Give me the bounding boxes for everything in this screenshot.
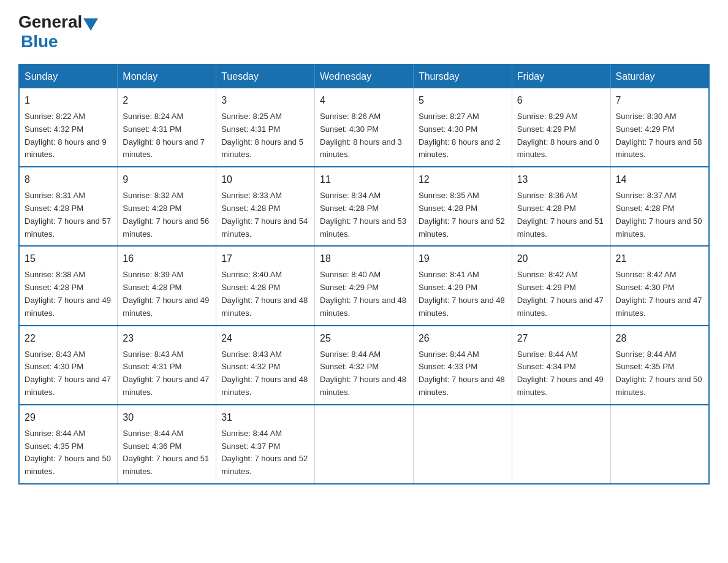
day-info: Sunrise: 8:44 AMSunset: 4:35 PMDaylight:… — [616, 350, 702, 397]
day-number: 10 — [221, 172, 309, 187]
calendar-cell: 25 Sunrise: 8:44 AMSunset: 4:32 PMDaylig… — [315, 326, 414, 405]
day-info: Sunrise: 8:37 AMSunset: 4:28 PMDaylight:… — [616, 191, 702, 238]
day-number: 27 — [517, 331, 605, 346]
calendar-cell: 12 Sunrise: 8:35 AMSunset: 4:28 PMDaylig… — [413, 167, 512, 246]
day-info: Sunrise: 8:39 AMSunset: 4:28 PMDaylight:… — [123, 270, 209, 317]
calendar-cell: 10 Sunrise: 8:33 AMSunset: 4:28 PMDaylig… — [216, 167, 315, 246]
day-info: Sunrise: 8:29 AMSunset: 4:29 PMDaylight:… — [517, 112, 599, 159]
day-number: 28 — [616, 331, 703, 346]
calendar-cell: 11 Sunrise: 8:34 AMSunset: 4:28 PMDaylig… — [315, 167, 414, 246]
calendar-cell: 13 Sunrise: 8:36 AMSunset: 4:28 PMDaylig… — [512, 167, 610, 246]
calendar-week-row: 15 Sunrise: 8:38 AMSunset: 4:28 PMDaylig… — [19, 246, 709, 325]
calendar-cell: 9 Sunrise: 8:32 AMSunset: 4:28 PMDayligh… — [118, 167, 216, 246]
calendar-week-row: 8 Sunrise: 8:31 AMSunset: 4:28 PMDayligh… — [19, 167, 709, 246]
day-info: Sunrise: 8:44 AMSunset: 4:32 PMDaylight:… — [320, 350, 406, 397]
calendar-week-row: 22 Sunrise: 8:43 AMSunset: 4:30 PMDaylig… — [19, 326, 709, 405]
logo-general-text: General — [18, 12, 82, 32]
calendar-table: SundayMondayTuesdayWednesdayThursdayFrid… — [18, 64, 710, 484]
weekday-header-sunday: Sunday — [19, 64, 118, 88]
day-info: Sunrise: 8:44 AMSunset: 4:33 PMDaylight:… — [419, 350, 505, 397]
weekday-header-friday: Friday — [512, 64, 610, 88]
day-number: 16 — [123, 251, 211, 266]
day-info: Sunrise: 8:35 AMSunset: 4:28 PMDaylight:… — [419, 191, 505, 238]
calendar-cell — [610, 405, 709, 484]
day-number: 29 — [25, 410, 112, 425]
day-number: 8 — [25, 172, 112, 187]
calendar-cell: 23 Sunrise: 8:43 AMSunset: 4:31 PMDaylig… — [118, 326, 216, 405]
calendar-cell: 27 Sunrise: 8:44 AMSunset: 4:34 PMDaylig… — [512, 326, 610, 405]
day-number: 4 — [320, 93, 408, 108]
day-info: Sunrise: 8:31 AMSunset: 4:28 PMDaylight:… — [25, 191, 111, 238]
calendar-cell: 20 Sunrise: 8:42 AMSunset: 4:29 PMDaylig… — [512, 246, 610, 325]
day-number: 18 — [320, 251, 408, 266]
calendar-cell: 28 Sunrise: 8:44 AMSunset: 4:35 PMDaylig… — [610, 326, 709, 405]
day-info: Sunrise: 8:43 AMSunset: 4:32 PMDaylight:… — [221, 350, 308, 397]
day-info: Sunrise: 8:34 AMSunset: 4:28 PMDaylight:… — [320, 191, 406, 238]
calendar-cell: 7 Sunrise: 8:30 AMSunset: 4:29 PMDayligh… — [610, 88, 709, 167]
weekday-header-saturday: Saturday — [610, 64, 709, 88]
calendar-cell: 5 Sunrise: 8:27 AMSunset: 4:30 PMDayligh… — [413, 88, 512, 167]
logo: General Blue — [18, 12, 99, 52]
calendar-cell: 1 Sunrise: 8:22 AMSunset: 4:32 PMDayligh… — [19, 88, 118, 167]
calendar-cell: 6 Sunrise: 8:29 AMSunset: 4:29 PMDayligh… — [512, 88, 610, 167]
calendar-cell: 14 Sunrise: 8:37 AMSunset: 4:28 PMDaylig… — [610, 167, 709, 246]
weekday-header-tuesday: Tuesday — [216, 64, 315, 88]
day-info: Sunrise: 8:33 AMSunset: 4:28 PMDaylight:… — [221, 191, 308, 238]
calendar-cell: 30 Sunrise: 8:44 AMSunset: 4:36 PMDaylig… — [118, 405, 216, 484]
day-info: Sunrise: 8:25 AMSunset: 4:31 PMDaylight:… — [221, 112, 303, 159]
calendar-cell: 26 Sunrise: 8:44 AMSunset: 4:33 PMDaylig… — [413, 326, 512, 405]
calendar-cell: 15 Sunrise: 8:38 AMSunset: 4:28 PMDaylig… — [19, 246, 118, 325]
day-number: 20 — [517, 251, 605, 266]
calendar-cell — [315, 405, 414, 484]
day-info: Sunrise: 8:24 AMSunset: 4:31 PMDaylight:… — [123, 112, 205, 159]
day-number: 2 — [123, 93, 211, 108]
logo-blue-text: Blue — [21, 32, 58, 51]
day-number: 11 — [320, 172, 408, 187]
day-info: Sunrise: 8:27 AMSunset: 4:30 PMDaylight:… — [419, 112, 501, 159]
day-info: Sunrise: 8:41 AMSunset: 4:29 PMDaylight:… — [419, 270, 505, 317]
day-info: Sunrise: 8:44 AMSunset: 4:34 PMDaylight:… — [517, 350, 604, 397]
calendar-cell: 3 Sunrise: 8:25 AMSunset: 4:31 PMDayligh… — [216, 88, 315, 167]
calendar-cell — [512, 405, 610, 484]
weekday-header-monday: Monday — [118, 64, 216, 88]
calendar-cell: 18 Sunrise: 8:40 AMSunset: 4:29 PMDaylig… — [315, 246, 414, 325]
day-info: Sunrise: 8:22 AMSunset: 4:32 PMDaylight:… — [25, 112, 107, 159]
calendar-cell: 31 Sunrise: 8:44 AMSunset: 4:37 PMDaylig… — [216, 405, 315, 484]
day-info: Sunrise: 8:40 AMSunset: 4:29 PMDaylight:… — [320, 270, 406, 317]
calendar-cell: 4 Sunrise: 8:26 AMSunset: 4:30 PMDayligh… — [315, 88, 414, 167]
day-number: 24 — [221, 331, 309, 346]
calendar-cell: 8 Sunrise: 8:31 AMSunset: 4:28 PMDayligh… — [19, 167, 118, 246]
day-number: 14 — [616, 172, 703, 187]
calendar-cell: 24 Sunrise: 8:43 AMSunset: 4:32 PMDaylig… — [216, 326, 315, 405]
weekday-header-thursday: Thursday — [413, 64, 512, 88]
day-number: 22 — [25, 331, 112, 346]
day-number: 5 — [419, 93, 507, 108]
calendar-cell: 29 Sunrise: 8:44 AMSunset: 4:35 PMDaylig… — [19, 405, 118, 484]
day-number: 7 — [616, 93, 703, 108]
day-info: Sunrise: 8:43 AMSunset: 4:31 PMDaylight:… — [123, 350, 209, 397]
day-number: 9 — [123, 172, 211, 187]
day-number: 15 — [25, 251, 112, 266]
day-number: 13 — [517, 172, 605, 187]
day-info: Sunrise: 8:40 AMSunset: 4:28 PMDaylight:… — [221, 270, 308, 317]
calendar-cell: 22 Sunrise: 8:43 AMSunset: 4:30 PMDaylig… — [19, 326, 118, 405]
day-number: 6 — [517, 93, 605, 108]
day-number: 12 — [419, 172, 507, 187]
day-info: Sunrise: 8:44 AMSunset: 4:35 PMDaylight:… — [25, 429, 111, 476]
day-number: 19 — [419, 251, 507, 266]
calendar-cell: 2 Sunrise: 8:24 AMSunset: 4:31 PMDayligh… — [118, 88, 216, 167]
day-number: 21 — [616, 251, 703, 266]
day-number: 1 — [25, 93, 112, 108]
weekday-header-row: SundayMondayTuesdayWednesdayThursdayFrid… — [19, 64, 709, 88]
day-info: Sunrise: 8:38 AMSunset: 4:28 PMDaylight:… — [25, 270, 111, 317]
weekday-header-wednesday: Wednesday — [315, 64, 414, 88]
day-number: 26 — [419, 331, 507, 346]
day-info: Sunrise: 8:32 AMSunset: 4:28 PMDaylight:… — [123, 191, 209, 238]
calendar-week-row: 1 Sunrise: 8:22 AMSunset: 4:32 PMDayligh… — [19, 88, 709, 167]
day-info: Sunrise: 8:36 AMSunset: 4:28 PMDaylight:… — [517, 191, 604, 238]
day-info: Sunrise: 8:44 AMSunset: 4:37 PMDaylight:… — [221, 429, 308, 476]
logo-triangle-icon — [83, 18, 98, 31]
calendar-cell: 16 Sunrise: 8:39 AMSunset: 4:28 PMDaylig… — [118, 246, 216, 325]
day-info: Sunrise: 8:26 AMSunset: 4:30 PMDaylight:… — [320, 112, 402, 159]
day-info: Sunrise: 8:44 AMSunset: 4:36 PMDaylight:… — [123, 429, 209, 476]
